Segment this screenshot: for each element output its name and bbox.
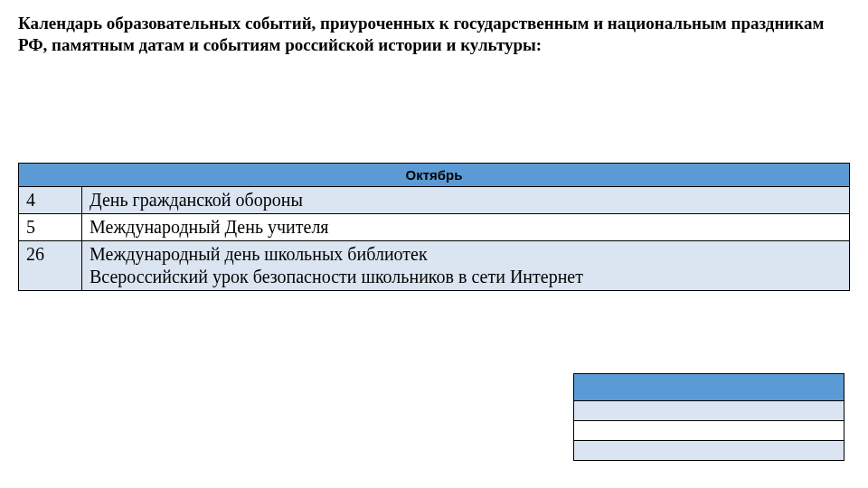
month-header: Октябрь [19,164,850,187]
thumbnail-row [574,401,844,421]
page-title: Календарь образовательных событий, приур… [0,0,868,56]
thumbnail-row [574,421,844,441]
thumbnail-row [574,441,844,461]
day-cell: 26 [19,241,82,291]
thumbnail-table [573,373,844,461]
thumbnail-header [574,374,844,401]
event-cell: Международный день школьных библиотекВсе… [82,241,850,291]
calendar-table: Октябрь 4 День гражданской обороны 5 Меж… [18,163,850,291]
table-row: 26 Международный день школьных библиотек… [19,241,850,291]
table-row: 5 Международный День учителя [19,214,850,241]
table-row: 4 День гражданской обороны [19,187,850,214]
day-cell: 5 [19,214,82,241]
event-cell: Международный День учителя [82,214,850,241]
event-cell: День гражданской обороны [82,187,850,214]
day-cell: 4 [19,187,82,214]
